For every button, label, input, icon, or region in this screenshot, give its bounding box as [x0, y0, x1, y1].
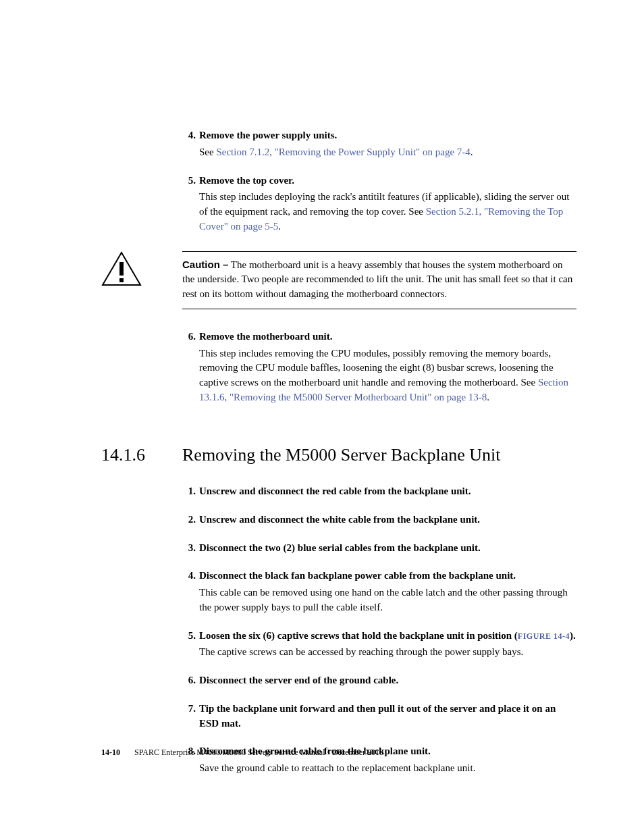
- step-4: 4. Disconnect the black fan backplane po…: [182, 569, 576, 615]
- caution-label: Caution –: [182, 259, 228, 270]
- prev-step-4: 4. Remove the power supply units. See Se…: [182, 128, 576, 160]
- step-number: 3.: [182, 541, 196, 556]
- step-number: 5.: [182, 629, 196, 644]
- step-5: 5. Loosen the six (6) captive screws tha…: [182, 629, 576, 660]
- step-body: This step includes removing the CPU modu…: [199, 346, 576, 405]
- step-heading: 4. Disconnect the black fan backplane po…: [182, 569, 576, 583]
- step-title: Disconnect the black fan backplane power…: [199, 569, 516, 583]
- text: .: [278, 221, 281, 232]
- step-title: Unscrew and disconnect the white cable f…: [199, 513, 480, 527]
- caution-icon: [101, 251, 142, 291]
- step-title: Remove the motherboard unit.: [199, 330, 332, 344]
- step-2: 2. Unscrew and disconnect the white cabl…: [182, 513, 576, 527]
- section-number: 14.1.6: [101, 442, 182, 468]
- step-number: 2.: [182, 513, 196, 527]
- step-heading: 4. Remove the power supply units.: [182, 128, 576, 143]
- step-title: Disconnect the two (2) blue serial cable…: [199, 541, 481, 556]
- step-body: See Section 7.1.2, "Removing the Power S…: [199, 145, 576, 160]
- section-heading: 14.1.6 Removing the M5000 Server Backpla…: [101, 442, 576, 468]
- prev-step-5: 5. Remove the top cover. This step inclu…: [182, 174, 576, 234]
- step-title: Tip the backplane unit forward and then …: [199, 702, 576, 731]
- text: This step includes removing the CPU modu…: [199, 348, 554, 388]
- step-1: 1. Unscrew and disconnect the red cable …: [182, 484, 576, 499]
- caution-block: Caution – The motherboard unit is a heav…: [101, 251, 576, 309]
- text: Loosen the six (6) captive screws that h…: [199, 630, 518, 641]
- step-number: 6.: [182, 673, 196, 688]
- step-body: Save the ground cable to reattach to the…: [199, 761, 576, 776]
- step-number: 5.: [182, 174, 196, 188]
- caution-text-box: Caution – The motherboard unit is a heav…: [182, 251, 576, 309]
- page-footer: 14-10 SPARC Enterprise M4000/M5000 Serve…: [101, 747, 383, 758]
- step-heading: 1. Unscrew and disconnect the red cable …: [182, 484, 576, 499]
- caution-text: The motherboard unit is a heavy assembly…: [182, 259, 572, 300]
- text: .: [471, 147, 473, 157]
- step-title: Unscrew and disconnect the red cable fro…: [199, 484, 471, 499]
- step-title: Remove the power supply units.: [199, 128, 337, 143]
- step-title: Disconnect the server end of the ground …: [199, 673, 398, 688]
- step-body: This cable can be removed using one hand…: [199, 585, 576, 615]
- text: .: [487, 392, 489, 402]
- step-heading: 6. Disconnect the server end of the grou…: [182, 673, 576, 688]
- svg-rect-1: [119, 262, 124, 276]
- step-heading: 7. Tip the backplane unit forward and th…: [182, 702, 576, 731]
- step-heading: 5. Remove the top cover.: [182, 174, 576, 188]
- xref-link[interactable]: Section 7.1.2, "Removing the Power Suppl…: [216, 147, 470, 157]
- page-number: 14-10: [101, 748, 120, 757]
- step-6: 6. Disconnect the server end of the grou…: [182, 673, 576, 688]
- page-content: 4. Remove the power supply units. See Se…: [182, 128, 576, 789]
- figure-ref-link[interactable]: FIGURE 14-4: [518, 631, 570, 641]
- step-number: 6.: [182, 330, 196, 344]
- text: See: [199, 147, 216, 157]
- footer-text: SPARC Enterprise M4000/M5000 Servers Ser…: [134, 748, 383, 757]
- step-heading: 2. Unscrew and disconnect the white cabl…: [182, 513, 576, 527]
- step-7: 7. Tip the backplane unit forward and th…: [182, 702, 576, 731]
- step-heading: 6. Remove the motherboard unit.: [182, 330, 576, 344]
- step-title: Loosen the six (6) captive screws that h…: [199, 629, 576, 644]
- step-heading: 3. Disconnect the two (2) blue serial ca…: [182, 541, 576, 556]
- step-number: 4.: [182, 569, 196, 583]
- prev-step-6: 6. Remove the motherboard unit. This ste…: [182, 330, 576, 405]
- step-body: The captive screws can be accessed by re…: [199, 645, 576, 660]
- svg-rect-2: [119, 278, 124, 282]
- step-number: 1.: [182, 484, 196, 499]
- step-body: This step includes deploying the rack's …: [199, 190, 576, 234]
- text: ).: [570, 630, 576, 641]
- step-title: Remove the top cover.: [199, 174, 294, 188]
- step-3: 3. Disconnect the two (2) blue serial ca…: [182, 541, 576, 556]
- step-number: 4.: [182, 128, 196, 143]
- step-number: 7.: [182, 702, 196, 716]
- section-title: Removing the M5000 Server Backplane Unit: [182, 442, 501, 468]
- step-heading: 5. Loosen the six (6) captive screws tha…: [182, 629, 576, 644]
